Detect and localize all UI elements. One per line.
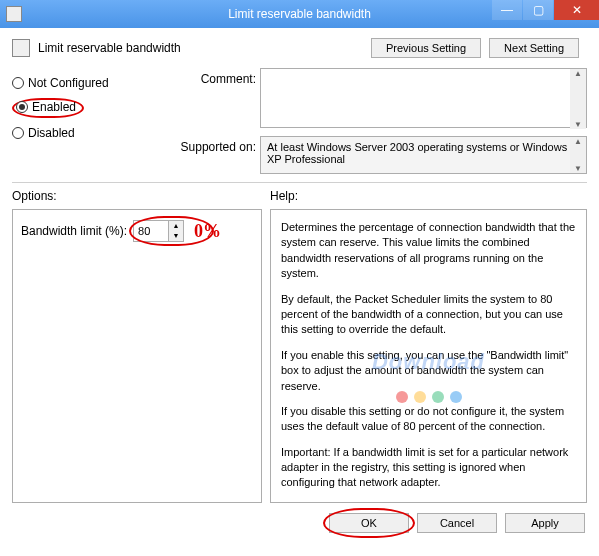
cancel-button[interactable]: Cancel <box>417 513 497 533</box>
radio-not-configured[interactable]: Not Configured <box>12 72 162 94</box>
annotation-circle-value: ▲ ▼ <box>133 220 184 242</box>
help-paragraph: If you enable this setting, you can use … <box>281 348 576 394</box>
bandwidth-limit-row: Bandwidth limit (%): ▲ ▼ 0% <box>21 220 253 242</box>
help-paragraph: Determines the percentage of connection … <box>281 220 576 282</box>
radio-label: Disabled <box>28 126 75 140</box>
upper-right-column: Comment: ▲ ▼ Supported on: At least Wind… <box>170 68 587 174</box>
comment-label: Comment: <box>170 68 260 86</box>
comment-textarea[interactable] <box>260 68 587 128</box>
upper-section: Not Configured Enabled Disabled Comment:… <box>0 62 599 174</box>
policy-heading: Limit reservable bandwidth <box>38 41 181 55</box>
options-panel: Bandwidth limit (%): ▲ ▼ 0% <box>12 209 262 503</box>
radio-label: Enabled <box>32 100 76 114</box>
scrollbar[interactable]: ▲ ▼ <box>570 69 586 129</box>
section-labels: Options: Help: <box>0 189 599 203</box>
maximize-button[interactable]: ▢ <box>523 0 553 20</box>
supported-on-label: Supported on: <box>170 136 260 154</box>
help-label: Help: <box>270 189 587 203</box>
handwritten-annotation: 0% <box>194 221 221 242</box>
bandwidth-limit-input[interactable] <box>134 221 168 241</box>
window-title: Limit reservable bandwidth <box>228 7 371 21</box>
radio-icon <box>16 101 28 113</box>
policy-icon <box>12 39 30 57</box>
help-paragraph: Important: If a bandwidth limit is set f… <box>281 445 576 491</box>
minimize-button[interactable]: — <box>492 0 522 20</box>
annotation-circle-enabled: Enabled <box>12 98 84 118</box>
next-setting-button[interactable]: Next Setting <box>489 38 579 58</box>
radio-icon <box>12 127 24 139</box>
bandwidth-limit-spinner[interactable]: ▲ ▼ <box>133 220 184 242</box>
header-row: Limit reservable bandwidth Previous Sett… <box>0 28 599 62</box>
radio-icon <box>12 77 24 89</box>
title-bar: Limit reservable bandwidth — ▢ ✕ <box>0 0 599 28</box>
scrollbar[interactable]: ▲ ▼ <box>570 137 586 173</box>
supported-on-box: At least Windows Server 2003 operating s… <box>260 136 587 174</box>
panels: Bandwidth limit (%): ▲ ▼ 0% Determines t… <box>0 203 599 503</box>
help-paragraph: By default, the Packet Scheduler limits … <box>281 292 576 338</box>
app-icon <box>6 6 22 22</box>
options-label: Options: <box>12 189 270 203</box>
scroll-down-icon: ▼ <box>570 164 586 173</box>
bandwidth-limit-label: Bandwidth limit (%): <box>21 224 127 238</box>
annotation-circle-ok: OK <box>329 513 409 533</box>
radio-label: Not Configured <box>28 76 109 90</box>
help-panel: Determines the percentage of connection … <box>270 209 587 503</box>
radio-disabled[interactable]: Disabled <box>12 122 162 144</box>
spinner-down-icon[interactable]: ▼ <box>169 231 183 241</box>
divider <box>12 182 587 183</box>
close-button[interactable]: ✕ <box>554 0 599 20</box>
spinner-up-icon[interactable]: ▲ <box>169 221 183 231</box>
scroll-up-icon: ▲ <box>570 69 586 78</box>
previous-setting-button[interactable]: Previous Setting <box>371 38 481 58</box>
state-radio-group: Not Configured Enabled Disabled <box>12 68 162 174</box>
ok-button[interactable]: OK <box>329 513 409 533</box>
footer-buttons: OK Cancel Apply <box>0 503 599 543</box>
scroll-down-icon: ▼ <box>570 120 586 129</box>
supported-on-text: At least Windows Server 2003 operating s… <box>267 141 567 165</box>
scroll-up-icon: ▲ <box>570 137 586 146</box>
help-paragraph: If you disable this setting or do not co… <box>281 404 576 435</box>
apply-button[interactable]: Apply <box>505 513 585 533</box>
radio-enabled[interactable]: Enabled <box>12 94 162 122</box>
window-controls: — ▢ ✕ <box>492 0 599 20</box>
